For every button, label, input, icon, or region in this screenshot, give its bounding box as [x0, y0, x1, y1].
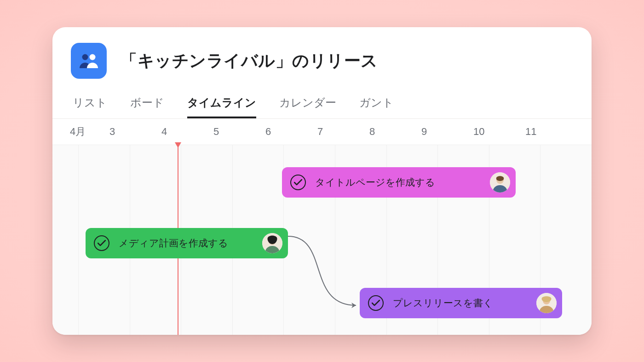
- task-bar[interactable]: プレスリリースを書く: [360, 288, 562, 318]
- tab-list[interactable]: リスト: [73, 95, 107, 118]
- day-label: 3: [109, 126, 161, 138]
- timeline-area[interactable]: タイトルページを作成する メディア計画を作成する: [52, 145, 592, 335]
- tab-gantt[interactable]: ガント: [359, 95, 394, 118]
- check-circle-icon[interactable]: [94, 235, 109, 251]
- project-icon: [71, 43, 107, 79]
- avatar[interactable]: [536, 293, 557, 313]
- project-card: 「キッチンライバル」のリリース リスト ボード タイムライン カレンダー ガント…: [52, 27, 592, 335]
- task-bar[interactable]: メディア計画を作成する: [86, 228, 288, 258]
- task-bar[interactable]: タイトルページを作成する: [282, 167, 516, 198]
- view-tabs: リスト ボード タイムライン カレンダー ガント: [71, 95, 573, 118]
- svg-point-1: [90, 54, 96, 60]
- people-icon: [79, 53, 99, 69]
- tab-calendar[interactable]: カレンダー: [279, 95, 336, 118]
- day-label: 9: [421, 126, 473, 138]
- project-title: 「キッチンライバル」のリリース: [121, 50, 378, 72]
- task-label: タイトルページを作成する: [315, 176, 481, 189]
- day-label: 11: [525, 126, 577, 138]
- day-label: 6: [265, 126, 317, 138]
- day-label: 10: [473, 126, 525, 138]
- check-circle-icon[interactable]: [290, 175, 306, 190]
- day-label: 4: [161, 126, 213, 138]
- tab-timeline[interactable]: タイムライン: [187, 95, 256, 118]
- task-label: メディア計画を作成する: [119, 237, 253, 250]
- day-label: 5: [213, 126, 265, 138]
- current-time-marker-icon: [175, 142, 181, 148]
- avatar[interactable]: [490, 172, 510, 193]
- day-label: 8: [369, 126, 421, 138]
- header: 「キッチンライバル」のリリース リスト ボード タイムライン カレンダー ガント: [52, 27, 592, 118]
- month-label: 4月: [70, 125, 109, 139]
- check-circle-icon[interactable]: [368, 295, 384, 311]
- tab-board[interactable]: ボード: [130, 95, 164, 118]
- svg-point-0: [82, 54, 88, 60]
- date-header: 4月 3 4 5 6 7 8 9 10 11: [52, 119, 592, 145]
- avatar[interactable]: [262, 233, 282, 253]
- day-label: 7: [317, 126, 369, 138]
- task-label: プレスリリースを書く: [393, 297, 527, 309]
